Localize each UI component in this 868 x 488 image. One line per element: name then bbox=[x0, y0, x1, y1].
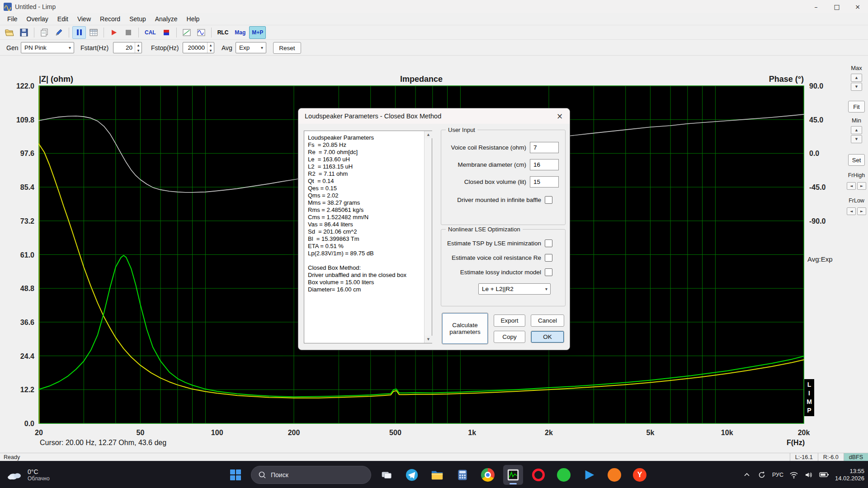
frhigh-increase-button[interactable]: ► bbox=[857, 182, 866, 190]
dialog-close-button[interactable]: × bbox=[550, 108, 570, 124]
volume-icon[interactable] bbox=[804, 470, 813, 479]
avg-select[interactable]: Exp ▾ bbox=[236, 42, 266, 53]
chrome-button[interactable] bbox=[478, 465, 498, 485]
lse-group-title: Nonlinear LSE Optimization bbox=[446, 226, 523, 233]
avg-value: Exp bbox=[239, 44, 250, 51]
rlc-button[interactable]: RLC bbox=[215, 26, 231, 39]
status-right-level: R:-6.0 bbox=[818, 453, 844, 461]
max-up-button[interactable]: ▲ bbox=[851, 74, 862, 82]
limp-taskbar-button[interactable] bbox=[503, 465, 523, 485]
record-button[interactable] bbox=[107, 26, 121, 39]
generator-value: PN Pink bbox=[24, 44, 47, 51]
max-down-button[interactable]: ▼ bbox=[851, 83, 862, 91]
cal-button[interactable]: CAL bbox=[142, 26, 159, 39]
membrane-diameter-input[interactable]: 16 bbox=[530, 159, 559, 170]
estimate-re-checkbox[interactable] bbox=[545, 254, 552, 262]
maximize-button[interactable]: □ bbox=[826, 0, 847, 13]
parameter-line: Qms = 2.02 bbox=[308, 192, 421, 199]
opera-button[interactable] bbox=[528, 465, 548, 485]
fit-button[interactable]: Fit bbox=[848, 101, 865, 113]
signal-generator-button[interactable] bbox=[180, 26, 193, 39]
frlow-increase-button[interactable]: ► bbox=[857, 207, 866, 215]
orange-app-button[interactable] bbox=[604, 465, 624, 485]
file-explorer-button[interactable] bbox=[427, 465, 447, 485]
menu-item[interactable]: Edit bbox=[53, 14, 73, 24]
close-button[interactable]: × bbox=[847, 0, 868, 13]
infinite-baffle-checkbox[interactable] bbox=[545, 196, 552, 204]
green-app-button[interactable] bbox=[554, 465, 574, 485]
start-button[interactable] bbox=[226, 465, 245, 485]
telegram-button[interactable] bbox=[402, 465, 422, 485]
task-view-icon bbox=[380, 469, 393, 481]
closed-box-volume-input[interactable]: 15 bbox=[530, 176, 559, 188]
frhigh-decrease-button[interactable]: ◄ bbox=[847, 182, 856, 190]
overlay-button[interactable] bbox=[38, 26, 51, 39]
pause-button[interactable] bbox=[72, 26, 86, 39]
copy-button[interactable]: Copy bbox=[494, 331, 525, 343]
set-button[interactable]: Set bbox=[848, 154, 865, 166]
voice-coil-resistance-input[interactable]: 7 bbox=[530, 142, 559, 153]
menu-item[interactable]: Record bbox=[95, 14, 125, 24]
table-button[interactable] bbox=[87, 26, 100, 39]
menu-item[interactable]: Setup bbox=[125, 14, 151, 24]
inductor-model-select[interactable]: Le + L2||R2 ▾ bbox=[478, 283, 551, 295]
fstop-input[interactable]: 20000 ▲▼ bbox=[183, 42, 214, 53]
task-view-button[interactable] bbox=[377, 465, 396, 485]
tray-sync-icon[interactable] bbox=[757, 470, 766, 479]
menu-item[interactable]: Analyze bbox=[151, 14, 182, 24]
yandex-button[interactable]: Y bbox=[630, 465, 650, 485]
svg-text:-90.0: -90.0 bbox=[809, 217, 826, 225]
reset-button[interactable]: Reset bbox=[273, 42, 301, 54]
weather-desc: Облачно bbox=[28, 475, 50, 482]
fstart-down-button[interactable]: ▼ bbox=[135, 48, 142, 53]
calculate-parameters-button[interactable]: Calculate parameters bbox=[442, 313, 488, 344]
parameter-line: Re = 7.00 ohm[dc] bbox=[308, 149, 421, 156]
open-button[interactable] bbox=[3, 26, 16, 39]
weather-widget[interactable]: 0°C Облачно bbox=[0, 461, 56, 488]
mag-phase-button[interactable]: M+P bbox=[249, 26, 266, 39]
fstop-up-button[interactable]: ▲ bbox=[208, 42, 214, 48]
generator-select[interactable]: PN Pink ▾ bbox=[21, 42, 74, 53]
calculator-button[interactable] bbox=[453, 465, 472, 485]
fstart-input[interactable]: 20 ▲▼ bbox=[113, 42, 142, 53]
clock[interactable]: 13:55 14.02.2026 bbox=[835, 468, 864, 482]
scroll-down-button[interactable]: ▼ bbox=[425, 336, 432, 343]
edit-pen-button[interactable] bbox=[52, 26, 66, 39]
frlow-decrease-button[interactable]: ◄ bbox=[847, 207, 856, 215]
parameter-line: Box volume = 15.00 liters bbox=[308, 279, 421, 286]
menu-item[interactable]: Overlay bbox=[22, 14, 53, 24]
language-indicator[interactable]: РУС bbox=[772, 472, 783, 478]
scope-button[interactable] bbox=[194, 26, 208, 39]
fstart-up-button[interactable]: ▲ bbox=[135, 42, 142, 48]
min-up-button[interactable]: ▲ bbox=[851, 126, 862, 134]
estimate-tsp-checkbox[interactable] bbox=[545, 239, 552, 247]
cancel-button[interactable]: Cancel bbox=[531, 314, 564, 327]
estimate-lossy-inductor-checkbox[interactable] bbox=[545, 268, 552, 276]
svg-text:500: 500 bbox=[389, 429, 401, 436]
ok-button[interactable]: OK bbox=[531, 331, 564, 343]
parameter-line bbox=[308, 257, 421, 264]
taskbar: 0°C Облачно Поиск Y РУС 13:55 14.02.2026 bbox=[0, 461, 868, 488]
save-button[interactable] bbox=[17, 26, 31, 39]
mag-button[interactable]: Mag bbox=[232, 26, 248, 39]
menu-item[interactable]: View bbox=[73, 14, 95, 24]
scroll-up-button[interactable]: ▲ bbox=[425, 131, 432, 138]
min-down-button[interactable]: ▼ bbox=[851, 135, 862, 143]
fstart-label: Fstart(Hz) bbox=[80, 44, 108, 52]
taskbar-search[interactable]: Поиск bbox=[251, 466, 371, 484]
stop-button[interactable] bbox=[122, 26, 135, 39]
menu-item[interactable]: File bbox=[3, 14, 22, 24]
media-player-button[interactable] bbox=[579, 465, 599, 485]
generator-flag-button[interactable] bbox=[160, 26, 173, 39]
parameters-listbox[interactable]: Loudspeaker ParametersFs = 20.85 HzRe = … bbox=[304, 131, 432, 343]
menu-item[interactable]: Help bbox=[182, 14, 204, 24]
battery-icon[interactable] bbox=[819, 470, 829, 479]
export-button[interactable]: Export bbox=[494, 314, 525, 327]
lse-optimization-group: Nonlinear LSE Optimization Estimate TSP … bbox=[441, 229, 566, 306]
minimize-button[interactable]: – bbox=[806, 0, 826, 13]
wifi-icon[interactable] bbox=[789, 470, 798, 479]
fstop-down-button[interactable]: ▼ bbox=[208, 48, 214, 53]
listbox-scrollbar[interactable]: ▲ ▼ bbox=[424, 131, 432, 343]
tray-chevron-up-icon[interactable] bbox=[742, 470, 751, 479]
svg-text:1k: 1k bbox=[468, 429, 476, 436]
